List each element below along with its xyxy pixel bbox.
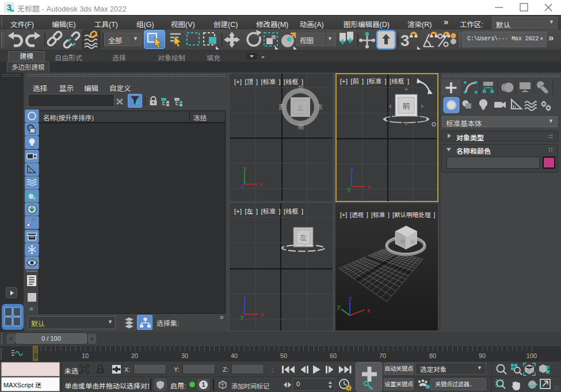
svg-text:z: z (241, 182, 245, 189)
svg-text:上: 上 (297, 102, 304, 112)
svg-text:z: z (243, 294, 247, 300)
svg-text:z: z (349, 295, 352, 302)
svg-text:左: 左 (300, 232, 307, 242)
svg-text:x: x (367, 307, 371, 314)
svg-text:左: 左 (400, 238, 405, 245)
svg-text:y: y (241, 313, 244, 320)
svg-text:东: 东 (317, 102, 323, 111)
svg-text:前: 前 (402, 100, 410, 111)
svg-text:南: 南 (298, 121, 304, 131)
svg-text:3: 3 (400, 32, 410, 50)
svg-text:x: x (261, 311, 264, 318)
svg-text:y: y (337, 303, 341, 310)
svg-text:西: 西 (279, 102, 285, 111)
svg-text:前: 前 (410, 238, 415, 245)
svg-text:z: z (350, 166, 354, 173)
svg-text:y: y (348, 185, 351, 192)
svg-text:x: x (259, 181, 263, 188)
svg-text:y: y (243, 165, 247, 172)
svg-text:x: x (368, 183, 371, 190)
